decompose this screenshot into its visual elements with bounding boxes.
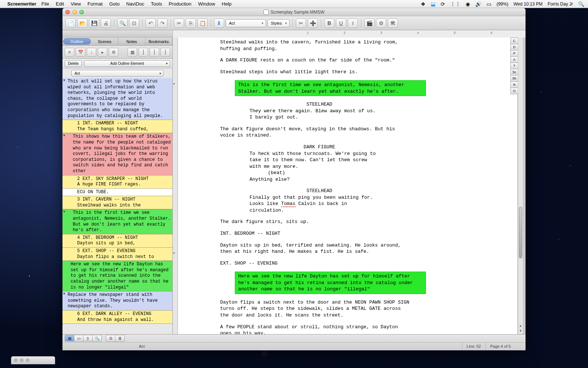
prefs-button[interactable]: ⚙ bbox=[376, 18, 386, 28]
add-outline-select[interactable]: Add Outline Element bbox=[84, 60, 170, 67]
action-text[interactable]: A DARK FIGURE rests on a couch on the fa… bbox=[220, 57, 411, 64]
outline-item[interactable]: ▼This shows how this team of Stalkers, t… bbox=[62, 133, 172, 175]
margin-tab[interactable]: D bbox=[510, 44, 518, 50]
titlebar[interactable]: Screenplay Sample.MMSW bbox=[62, 8, 526, 16]
bookmark-button[interactable]: ⬇ bbox=[214, 18, 224, 28]
action-text[interactable]: The dark figure doesn't move, staying in… bbox=[220, 126, 411, 139]
margin-tab[interactable]: P bbox=[510, 50, 518, 57]
menubar-clock[interactable]: Wed 10:13 PM bbox=[513, 1, 542, 7]
volume-icon[interactable]: 🔊 bbox=[475, 1, 481, 7]
menu-file[interactable]: File bbox=[42, 1, 49, 7]
app-menu[interactable]: Screenwriter bbox=[7, 1, 36, 7]
menu-view[interactable]: View bbox=[71, 1, 81, 7]
margin-tab[interactable]: Sc bbox=[510, 69, 518, 75]
menu-goto[interactable]: Goto bbox=[109, 1, 119, 7]
tab-scenes[interactable]: Scenes bbox=[92, 38, 119, 45]
wifi-icon[interactable]: ◉ bbox=[466, 1, 470, 7]
menu-edit[interactable]: Edit bbox=[56, 1, 64, 7]
outline-slider-3[interactable]: ⎮ bbox=[161, 48, 170, 57]
outline-item[interactable]: 3 INT. CAVERN -- NIGHTSteelhead walks in… bbox=[62, 196, 172, 209]
document-proxy-icon[interactable] bbox=[263, 10, 269, 15]
menu-production[interactable]: Production bbox=[169, 1, 191, 7]
scene-heading[interactable]: EXT. SHOP -- EVENING bbox=[220, 260, 503, 267]
menubar-extra-icon[interactable]: ❖ bbox=[421, 1, 426, 7]
menu-help[interactable]: Help bbox=[222, 1, 232, 7]
scroll-down-arrow[interactable]: ▼ bbox=[518, 329, 523, 334]
outline-item[interactable]: Here we see the new life Dayton has set … bbox=[62, 261, 172, 291]
outline-item[interactable]: ▼This act will set up how the virus wipe… bbox=[62, 78, 172, 120]
outline-item[interactable]: 1 INT. CHAMBER -- NIGHTThe Team hangs ha… bbox=[62, 120, 172, 133]
outline-tool-gear[interactable]: ⚙ bbox=[109, 48, 118, 57]
save-button[interactable]: 💾 bbox=[89, 18, 99, 28]
outline-item[interactable]: ECU ON TUBE. bbox=[62, 188, 172, 197]
dialogue[interactable]: Finally got that ping you been waiting f… bbox=[250, 194, 378, 214]
margin-tab[interactable]: A bbox=[510, 56, 518, 63]
close-button[interactable] bbox=[65, 10, 70, 14]
view-mode-2[interactable]: ▭ bbox=[74, 335, 83, 342]
action-text[interactable]: Steelhead steps into what little light t… bbox=[220, 69, 411, 75]
outline-list[interactable]: ▼This act will set up how the virus wipe… bbox=[62, 78, 172, 334]
cut-button[interactable]: ✂ bbox=[174, 18, 184, 28]
print-button[interactable]: 🖨 bbox=[101, 18, 111, 28]
margin-tab[interactable]: Sh bbox=[510, 75, 518, 82]
action-text[interactable]: The dark figure stirs, sits up. bbox=[220, 219, 411, 225]
outline-tool-grid[interactable]: ▦ bbox=[128, 48, 137, 57]
delete-button[interactable]: Delete bbox=[65, 60, 82, 67]
zoom-in-button[interactable]: 🔍 bbox=[117, 18, 128, 28]
outline-tool-4[interactable]: ▸ bbox=[98, 48, 107, 57]
collapse-toggle[interactable]: ▾ bbox=[173, 82, 175, 86]
spotlight-icon[interactable]: 🔍 bbox=[578, 1, 584, 7]
outline-item[interactable]: ▼Replace the newspaper stand with someth… bbox=[62, 291, 172, 311]
outline-slider-2[interactable]: ⎮ bbox=[150, 48, 159, 57]
bold-button[interactable]: B bbox=[324, 18, 334, 28]
scissors-button[interactable]: ✂ bbox=[296, 18, 306, 28]
action-text[interactable]: Dayton flips a switch next to the door a… bbox=[220, 299, 411, 319]
outline-item[interactable]: 4 INT. BEDROOM -- NIGHTDayton sits up in… bbox=[62, 234, 172, 248]
menu-window[interactable]: Window bbox=[198, 1, 215, 7]
outline-item[interactable]: 5 EXT. SHOP -- EVENINGDayton flips a swi… bbox=[62, 247, 172, 261]
view-mode-1[interactable]: ▤ bbox=[65, 335, 74, 342]
script-note[interactable]: Here we see the new life Dayton has set … bbox=[235, 272, 426, 294]
action-text[interactable]: Dayton sits up in bed, terrified and swe… bbox=[220, 242, 411, 255]
menu-tools[interactable]: Tools bbox=[151, 1, 162, 7]
scroll-up-arrow[interactable]: ▲ bbox=[518, 324, 523, 329]
vertical-scrollbar[interactable]: ▲ ▼ bbox=[518, 38, 523, 334]
bluetooth-icon[interactable]: ⋮⋮ bbox=[450, 1, 460, 7]
open-button[interactable]: 📂 bbox=[77, 18, 87, 28]
add-button[interactable]: ➕ bbox=[308, 18, 318, 28]
tools-button[interactable]: 🛠 bbox=[388, 18, 398, 28]
menu-navidoc[interactable]: NaviDoc bbox=[126, 1, 144, 7]
view-mode-4[interactable]: ☷ bbox=[106, 335, 115, 342]
script-page[interactable]: Steelhead walks into the cavern, furnish… bbox=[178, 38, 517, 334]
outline-item[interactable]: 2 EXT. SKY SCRAPER -- NIGHTA huge FIRE F… bbox=[62, 175, 172, 189]
margin-tab[interactable]: C bbox=[510, 38, 518, 44]
margin-tab[interactable]: T bbox=[510, 63, 518, 69]
menu-format[interactable]: Format bbox=[87, 1, 103, 7]
outline-tool-1[interactable]: ≡ bbox=[65, 48, 74, 57]
view-mode-5[interactable]: ☰ bbox=[115, 335, 125, 342]
tab-outline[interactable]: Outline bbox=[63, 38, 91, 45]
outline-item[interactable]: 6 EXT. DARK ALLEY -- EVENINGAnd throw hi… bbox=[62, 310, 172, 324]
view-zoom[interactable]: 🔍 bbox=[92, 335, 102, 342]
scroll-thumb[interactable] bbox=[519, 207, 522, 258]
outline-slider-1[interactable]: ⎮ bbox=[139, 48, 148, 57]
underline-button[interactable]: U bbox=[336, 18, 346, 28]
battery-icon[interactable]: ▭ bbox=[487, 1, 491, 7]
zoom-button[interactable] bbox=[79, 10, 84, 14]
character-cue[interactable]: DARK FIGURE bbox=[250, 144, 389, 151]
dialogue[interactable]: Anything else? bbox=[250, 176, 378, 183]
outline-item[interactable]: ▼This is the first time we see antagonis… bbox=[62, 209, 172, 234]
minimize-button[interactable] bbox=[72, 10, 77, 14]
spelling-error[interactable]: Tomas bbox=[281, 201, 295, 207]
timemachine-icon[interactable]: ⟳ bbox=[441, 1, 445, 7]
dropbox-icon[interactable]: ⬓ bbox=[431, 1, 435, 7]
new-doc-button[interactable]: 📄 bbox=[65, 18, 76, 28]
margin-tab[interactable]: N bbox=[510, 81, 518, 88]
character-cue[interactable]: STEELHEAD bbox=[250, 188, 389, 194]
outline-tool-2[interactable]: 📅 bbox=[76, 48, 85, 57]
styles-button[interactable]: Styles bbox=[268, 19, 290, 27]
view-mode-3[interactable]: ▯ bbox=[83, 335, 93, 342]
production-button[interactable]: 🎬 bbox=[364, 18, 374, 28]
character-cue[interactable]: STEELHEAD bbox=[250, 101, 389, 108]
tab-bookmarks[interactable]: Bookmarks bbox=[146, 38, 173, 45]
